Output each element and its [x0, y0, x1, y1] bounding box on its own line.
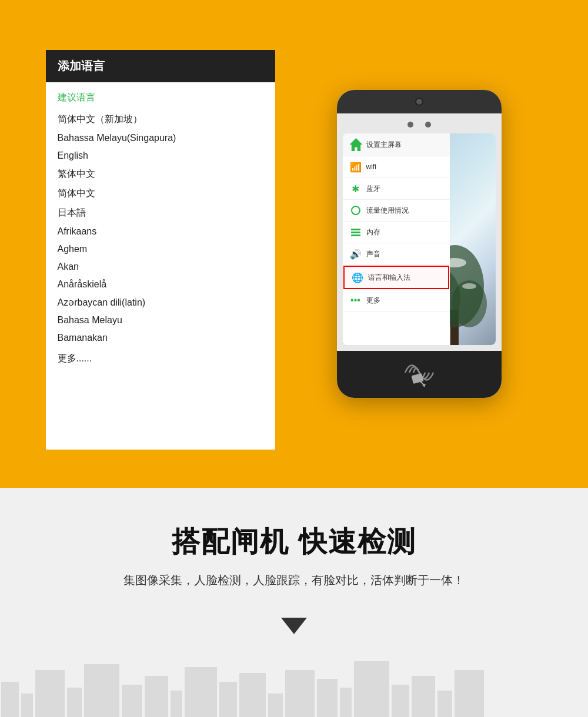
- menu-header: 设置主屏幕: [343, 133, 450, 156]
- menu-item-label: 声音: [366, 249, 380, 259]
- device-body: 设置主屏幕 📶 wifi ✱ 蓝牙: [337, 113, 502, 351]
- buildings-silhouette: [0, 658, 588, 717]
- bottom-title: 搭配闸机 快速检测: [172, 523, 416, 561]
- sensor-dot-left: [407, 122, 413, 128]
- arrow-down-icon: [281, 618, 307, 634]
- list-item[interactable]: Akan: [58, 258, 263, 276]
- sensor-dot-right: [425, 122, 431, 128]
- menu-header-text: 设置主屏幕: [366, 140, 402, 150]
- sound-icon: 🔊: [350, 248, 362, 260]
- svg-rect-10: [351, 234, 360, 236]
- menu-item-label: wifi: [366, 163, 376, 171]
- menu-item-label: 蓝牙: [366, 184, 380, 194]
- svg-rect-8: [351, 229, 360, 230]
- menu-item-label: 内存: [366, 227, 380, 237]
- list-item[interactable]: 简体中文（新加坡）: [58, 110, 263, 129]
- device-screen: 设置主屏幕 📶 wifi ✱ 蓝牙: [343, 133, 496, 345]
- screen-menu: 设置主屏幕 📶 wifi ✱ 蓝牙: [343, 133, 450, 345]
- storage-icon: [350, 226, 362, 238]
- language-panel: 添加语言 建议语言 简体中文（新加坡） Bahassa Melayu(Singa…: [46, 50, 275, 450]
- language-panel-body: 建议语言 简体中文（新加坡） Bahassa Melayu(Singapura)…: [46, 82, 275, 380]
- bluetooth-icon: ✱: [350, 183, 362, 195]
- svg-point-6: [462, 283, 476, 289]
- language-icon: 🌐: [352, 272, 363, 283]
- language-list: 简体中文（新加坡） Bahassa Melayu(Singapura) Engl…: [58, 110, 263, 368]
- language-panel-header: 添加语言: [46, 50, 275, 82]
- more-icon: •••: [350, 294, 362, 306]
- menu-item-data[interactable]: 流量使用情况: [343, 200, 450, 222]
- list-item[interactable]: 简体中文: [58, 184, 263, 203]
- nfc-icon: [402, 358, 437, 391]
- menu-item-label: 流量使用情况: [366, 206, 409, 216]
- device-bottom: [337, 351, 502, 398]
- device-top-bar: [337, 90, 502, 113]
- sensors-row: [343, 119, 496, 130]
- suggested-label: 建议语言: [58, 92, 263, 104]
- add-language-title: 添加语言: [58, 59, 105, 72]
- list-item[interactable]: Azərbaycan dili(latin): [58, 293, 263, 311]
- menu-item-storage[interactable]: 内存: [343, 222, 450, 243]
- svg-rect-9: [351, 232, 360, 233]
- list-item[interactable]: Anåråskielå: [58, 276, 263, 293]
- list-item[interactable]: English: [58, 147, 263, 165]
- list-item-more[interactable]: 更多......: [58, 349, 263, 368]
- list-item[interactable]: Aghem: [58, 240, 263, 258]
- camera-lens: [415, 98, 423, 106]
- wifi-icon: 📶: [350, 161, 362, 173]
- device: 设置主屏幕 📶 wifi ✱ 蓝牙: [337, 90, 502, 398]
- data-icon: [350, 205, 362, 216]
- menu-item-wifi[interactable]: 📶 wifi: [343, 156, 450, 178]
- bottom-subtitle: 集图像采集，人脸检测，人脸跟踪，有脸对比，活体判断于一体！: [123, 572, 465, 588]
- menu-item-language[interactable]: 🌐 语言和输入法: [343, 266, 449, 289]
- menu-item-more[interactable]: ••• 更多: [343, 290, 450, 311]
- device-container: 设置主屏幕 📶 wifi ✱ 蓝牙: [296, 90, 543, 398]
- list-item[interactable]: 繁体中文: [58, 165, 263, 184]
- list-item[interactable]: Bahasa Melayu: [58, 311, 263, 329]
- menu-item-sound[interactable]: 🔊 声音: [343, 243, 450, 265]
- list-item[interactable]: 日本語: [58, 203, 263, 223]
- menu-item-label: 更多: [366, 296, 380, 306]
- home-icon: [350, 138, 363, 151]
- svg-point-7: [352, 206, 360, 215]
- list-item[interactable]: Bamanakan: [58, 329, 263, 347]
- list-item[interactable]: Bahassa Melayu(Singapura): [58, 129, 263, 147]
- top-section: 添加语言 建议语言 简体中文（新加坡） Bahassa Melayu(Singa…: [0, 0, 588, 488]
- list-item[interactable]: Afrikaans: [58, 223, 263, 240]
- menu-items: 📶 wifi ✱ 蓝牙: [343, 156, 450, 311]
- bottom-section: 搭配闸机 快速检测 集图像采集，人脸检测，人脸跟踪，有脸对比，活体判断于一体！: [0, 488, 588, 717]
- menu-item-label: 语言和输入法: [368, 273, 410, 283]
- menu-item-bluetooth[interactable]: ✱ 蓝牙: [343, 178, 450, 200]
